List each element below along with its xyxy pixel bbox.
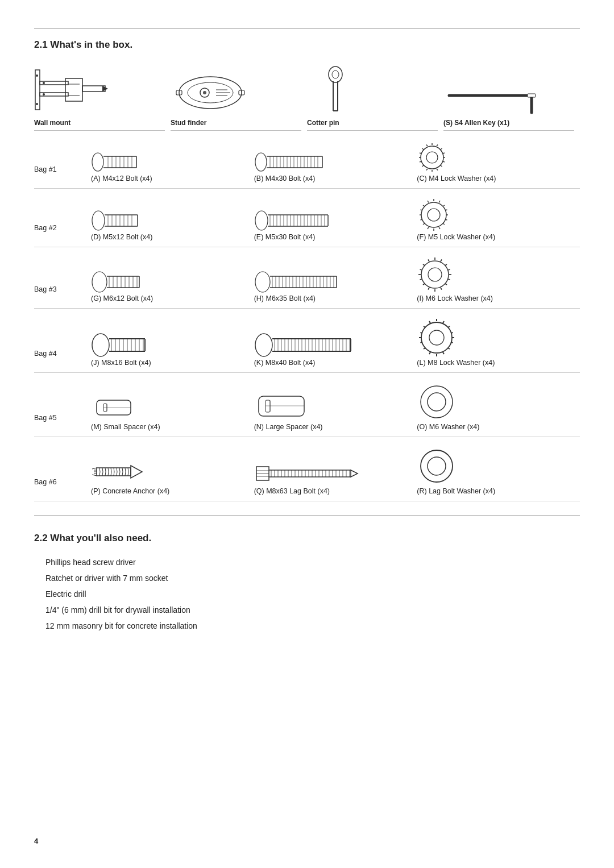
svg-point-221 (429, 330, 444, 345)
svg-point-286 (421, 450, 453, 482)
svg-rect-28 (528, 94, 536, 97)
bag6-item2-icon (254, 458, 417, 486)
svg-line-254 (92, 475, 97, 476)
svg-point-11 (36, 103, 38, 105)
svg-line-120 (428, 227, 429, 230)
svg-point-162 (421, 261, 449, 288)
also-need-list: Phillips head screw driver Ratchet or dr… (34, 554, 580, 634)
bag2-item2-label: (E) M5x30 Bolt (x4) (254, 232, 417, 241)
also-need-item-1: Phillips head screw driver (45, 554, 580, 570)
svg-line-228 (448, 348, 450, 349)
svg-marker-249 (131, 466, 142, 478)
bag2-item3-label: (F) M5 Lock Washer (x4) (417, 232, 580, 241)
svg-line-231 (429, 352, 430, 355)
svg-point-77 (92, 211, 105, 230)
bag6-item3-label: (R) Lag Bolt Washer (x4) (417, 486, 580, 495)
bag2-item1-icon (91, 203, 254, 232)
bag4-label: Bag #4 (34, 348, 91, 358)
bag1-item1-label: (A) M4x12 Bolt (x4) (91, 173, 254, 182)
svg-line-76 (426, 145, 428, 147)
bag3-item1-label: (G) M6x12 Bolt (x4) (91, 293, 254, 302)
svg-point-247 (428, 393, 446, 411)
svg-line-169 (448, 279, 450, 280)
bag2-item2-icon (254, 203, 417, 232)
svg-line-122 (421, 219, 423, 220)
svg-line-174 (423, 284, 425, 285)
svg-line-165 (441, 260, 442, 262)
svg-line-70 (426, 169, 428, 171)
svg-line-227 (451, 342, 453, 343)
svg-line-223 (443, 321, 444, 323)
bag4-item2-icon (254, 329, 417, 358)
bag3-label: Bag #3 (34, 284, 91, 293)
bag3-labels-row: (G) M6x12 Bolt (x4) (H) M6x35 Bolt (x4) … (34, 293, 580, 309)
bag4-item2-label: (K) M8x40 Bolt (x4) (254, 358, 417, 367)
svg-point-127 (92, 272, 107, 292)
svg-point-88 (255, 211, 268, 230)
bag3-item3-label: (I) M6 Lock Washer (x4) (417, 293, 580, 302)
header-items-row: Wall mount Stud finder (34, 61, 580, 131)
svg-point-110 (428, 209, 440, 221)
bag4-icons-row: Bag #4 (34, 311, 580, 358)
bag2-label: Bag #2 (34, 223, 91, 232)
svg-point-15 (203, 91, 206, 94)
svg-point-40 (255, 153, 267, 171)
svg-line-178 (423, 264, 425, 265)
svg-point-8 (43, 82, 45, 84)
svg-line-232 (424, 348, 425, 349)
bags-section: Bag #1 (34, 135, 580, 501)
bag3-item2-label: (H) M6x35 Bolt (x4) (254, 293, 417, 302)
bag5-item2-icon (254, 391, 417, 422)
svg-line-112 (439, 201, 440, 203)
bag5-icons-row: Bag #5 (34, 375, 580, 422)
svg-line-124 (421, 210, 423, 210)
svg-line-63 (441, 148, 442, 149)
svg-line-121 (423, 223, 425, 225)
svg-line-173 (428, 288, 429, 290)
svg-line-125 (423, 205, 425, 206)
svg-line-167 (448, 269, 450, 270)
header-item-cotter-pin: Cotter pin (307, 61, 443, 131)
bag5-item3-icon (417, 382, 580, 422)
svg-line-166 (445, 264, 447, 265)
svg-line-225 (451, 333, 453, 333)
page-number: 4 (34, 837, 38, 845)
wall-mount-icon (34, 64, 114, 115)
svg-line-68 (437, 169, 438, 171)
bag3-icons-row: Bag #3 (34, 250, 580, 293)
svg-line-170 (445, 284, 447, 285)
stud-finder-icon (171, 64, 250, 115)
bag6-item2-label: (Q) M8x63 Lag Bolt (x4) (254, 486, 417, 495)
bag4-labels-row: (J) M8x16 Bolt (x4) (K) M8x40 Bolt (x4) … (34, 358, 580, 373)
bag1-item1-icon (91, 145, 254, 173)
bag6-item3-icon (417, 446, 580, 486)
also-need-item-4: 1/4" (6 mm) drill bit for drywall instal… (45, 602, 580, 618)
also-need-item-5: 12 mm masonry bit for concrete installat… (45, 618, 580, 634)
svg-line-114 (445, 210, 447, 210)
svg-line-66 (443, 161, 445, 162)
svg-point-22 (332, 70, 339, 78)
svg-point-109 (421, 202, 446, 227)
section-22-title: 2.2 What you'll also need. (34, 533, 580, 544)
bag3-item1-icon (91, 265, 254, 293)
cotter-pin-label: Cotter pin (307, 118, 438, 131)
bag2-icons-row: Bag #2 (34, 191, 580, 232)
bag1-label: Bag #1 (34, 164, 91, 173)
svg-line-74 (420, 153, 421, 153)
stud-finder-label: Stud finder (171, 118, 301, 131)
svg-line-179 (428, 260, 429, 262)
bag2-labels-row: (D) M5x12 Bolt (x4) (E) M5x30 Bolt (x4) … (34, 232, 580, 247)
svg-line-116 (445, 219, 447, 220)
svg-line-224 (448, 326, 450, 327)
svg-point-193 (255, 334, 272, 356)
svg-point-220 (421, 322, 452, 353)
bag1-item2-label: (B) M4x30 Bolt (x4) (254, 173, 417, 182)
bag1-item3-label: (C) M4 Lock Washer (x4) (417, 173, 580, 182)
bag5-label: Bag #5 (34, 413, 91, 422)
svg-line-75 (422, 148, 424, 149)
bag6-item1-label: (P) Concrete Anchor (x4) (91, 486, 254, 495)
bag1-icons-row: Bag #1 (34, 135, 580, 173)
cotter-pin-icon (307, 64, 364, 115)
svg-point-246 (421, 386, 453, 418)
also-need-item-2: Ratchet or driver with 7 mm socket (45, 570, 580, 586)
